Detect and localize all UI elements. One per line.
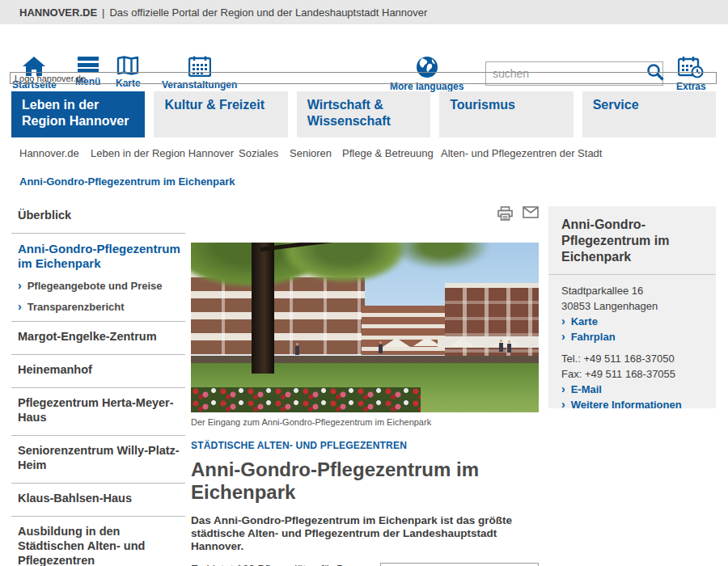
chevron-right-icon [18, 279, 22, 292]
address-city: 30853 Langenhagen [561, 298, 703, 314]
breadcrumb-item[interactable]: Hannover.de [19, 146, 91, 160]
infobox-divider [548, 274, 716, 275]
brand-separator: | [102, 6, 104, 19]
link-label: E-Mail [571, 382, 602, 397]
link-fahrplan[interactable]: Fahrplan [561, 329, 703, 344]
link-karte[interactable]: Karte [561, 314, 703, 329]
sidebar-active-block: Anni-Gondro-Pflegezentrum im Eichenpark … [11, 234, 185, 322]
breadcrumb-item[interactable]: Leben in der Region Hannover [91, 146, 239, 160]
sidebar-item-ausbildung[interactable]: Ausbildung in den Städtischen Alten- und… [11, 517, 185, 566]
sidebar-item-anni-gondro[interactable]: Anni-Gondro-Pflegezentrum im Eichenpark [18, 242, 180, 271]
body-row: Es bietet 160 Pflegeplätze für Dauer- un… [191, 563, 539, 566]
breadcrumb-current[interactable]: Anni-Gondro-Pflegezentrum im Eichenpark [19, 175, 235, 188]
sidebar-nav: Überblick Anni-Gondro-Pflegezentrum im E… [11, 201, 185, 566]
site-top-bar: HANNOVER.DE | Das offizielle Portal der … [0, 0, 728, 24]
sidebar-item-margot-engelke[interactable]: Margot-Engelke-Zentrum [11, 322, 185, 355]
icon-nav-bar: Startseite Menü Karte Veran [0, 24, 728, 71]
sidebar-item-ueberblick[interactable]: Überblick [11, 201, 185, 234]
site-brand: HANNOVER.DE [19, 6, 97, 19]
tab-label: Leben in der Region Hannover [22, 98, 129, 128]
chevron-right-icon [561, 382, 565, 397]
body-paragraph: Es bietet 160 Pflegeplätze für Dauer- un… [191, 563, 375, 566]
chevron-right-icon [561, 397, 565, 412]
breadcrumb-item[interactable]: Soziales [239, 146, 290, 160]
sublink-label: Pflegeangebote und Preise [28, 280, 163, 292]
link-label: Karte [571, 314, 598, 329]
inline-box-partial [380, 563, 539, 566]
tab-kultur-freizeit[interactable]: Kultur & Freizeit [154, 91, 287, 137]
address-street: Stadtparkallee 16 [561, 283, 703, 298]
sidebar-sublink-transparenzbericht[interactable]: Transparenzbericht [18, 300, 180, 313]
chevron-right-icon [18, 300, 22, 313]
section-kicker: STÄDTISCHE ALTEN- UND PFLEGEZENTREN [191, 440, 539, 451]
main-nav: Leben in der Region Hannover Kultur & Fr… [11, 91, 716, 137]
chevron-right-icon [561, 314, 565, 329]
sidebar-item-klaus-bahlsen[interactable]: Klaus-Bahlsen-Haus [11, 484, 185, 517]
infobox-title: Anni-Gondro-Pflegezentrum im Eichenpark [561, 217, 703, 265]
sidebar-item-heinemanhof[interactable]: Heinemanhof [11, 355, 185, 388]
tab-tourismus[interactable]: Tourismus [439, 91, 573, 137]
sublink-label: Transparenzbericht [28, 301, 125, 313]
sidebar-sublink-pflegeangebote[interactable]: Pflegeangebote und Preise [18, 279, 180, 292]
tab-label: Wirtschaft & Wissenschaft [307, 98, 391, 128]
sidebar-item-herta-meyer[interactable]: Pflegezentrum Herta-Meyer-Haus [11, 388, 185, 436]
tab-wirtschaft-wissenschaft[interactable]: Wirtschaft & Wissenschaft [297, 91, 430, 137]
breadcrumb-item[interactable]: Pflege & Betreuung [342, 146, 441, 160]
contact-info-box: Anni-Gondro-Pflegezentrum im Eichenpark … [548, 206, 716, 408]
print-icon[interactable] [497, 206, 513, 224]
link-label: Weitere Informationen [571, 397, 682, 412]
link-weitere-informationen[interactable]: Weitere Informationen [561, 397, 703, 412]
sidebar-item-willy-platz[interactable]: Seniorenzentrum Willy-Platz-Heim [11, 436, 185, 484]
tab-label: Tourismus [450, 98, 515, 112]
breadcrumb: Hannover.de Leben in der Region Hannover… [19, 146, 707, 160]
site-tagline: Das offizielle Portal der Region und der… [109, 6, 427, 19]
chevron-right-icon [561, 329, 565, 344]
link-email[interactable]: E-Mail [561, 382, 703, 397]
lead-paragraph: Das Anni-Gondro-Pflegezentrum im Eichenp… [191, 514, 539, 553]
logo-placeholder-text: Logo hannover.de [15, 74, 86, 83]
tab-service[interactable]: Service [582, 91, 716, 137]
menu-icon [78, 56, 99, 74]
link-label: Fahrplan [571, 329, 616, 344]
email-icon[interactable] [523, 206, 539, 224]
facility-photo [191, 243, 539, 412]
breadcrumb-item[interactable]: Alten- und Pflegezentren der Stadt [441, 146, 603, 160]
logo-placeholder[interactable]: Logo hannover.de [10, 72, 717, 84]
page-actions [191, 206, 539, 224]
photo-caption: Der Eingang zum Anni-Gondro-Pflegezentru… [191, 417, 539, 427]
fax-number: Fax: +49 511 168-37055 [561, 366, 703, 382]
tab-label: Service [593, 98, 639, 112]
page-title: Anni-Gondro-Pflegezentrum im Eichenpark [191, 458, 539, 504]
main-content: Der Eingang zum Anni-Gondro-Pflegezentru… [191, 206, 539, 566]
tab-label: Kultur & Freizeit [164, 98, 265, 112]
tab-leben-in-der-region[interactable]: Leben in der Region Hannover [11, 91, 145, 137]
phone-number: Tel.: +49 511 168-37050 [561, 351, 703, 366]
breadcrumb-item[interactable]: Senioren [290, 146, 342, 160]
